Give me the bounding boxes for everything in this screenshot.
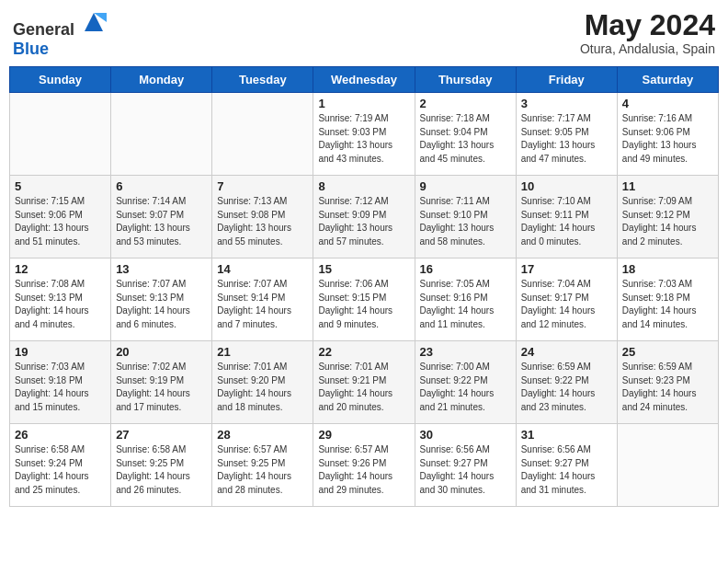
month-year-title: May 2024	[580, 9, 715, 41]
day-info: Sunrise: 7:07 AMSunset: 9:14 PMDaylight:…	[217, 278, 308, 331]
day-info: Sunrise: 7:03 AMSunset: 9:18 PMDaylight:…	[622, 278, 713, 331]
calendar-cell: 12Sunrise: 7:08 AMSunset: 9:13 PMDayligh…	[10, 259, 111, 341]
day-number: 22	[318, 345, 409, 359]
day-number: 5	[15, 179, 106, 193]
day-number: 18	[622, 262, 713, 276]
calendar-week-3: 12Sunrise: 7:08 AMSunset: 9:13 PMDayligh…	[10, 259, 719, 341]
calendar-table: SundayMondayTuesdayWednesdayThursdayFrid…	[9, 66, 719, 507]
calendar-cell: 21Sunrise: 7:01 AMSunset: 9:20 PMDayligh…	[212, 341, 313, 424]
day-number: 6	[116, 179, 207, 193]
day-info: Sunrise: 7:18 AMSunset: 9:04 PMDaylight:…	[420, 112, 511, 166]
weekday-header-sunday: Sunday	[10, 67, 111, 93]
calendar-cell: 2Sunrise: 7:18 AMSunset: 9:04 PMDaylight…	[415, 93, 516, 176]
day-number: 19	[15, 345, 106, 359]
day-number: 10	[521, 179, 612, 193]
day-number: 31	[521, 428, 612, 442]
title-block: May 2024 Otura, Andalusia, Spain	[580, 9, 715, 56]
day-info: Sunrise: 7:03 AMSunset: 9:18 PMDaylight:…	[15, 361, 106, 414]
day-info: Sunrise: 7:14 AMSunset: 9:07 PMDaylight:…	[116, 195, 207, 248]
calendar-cell: 13Sunrise: 7:07 AMSunset: 9:13 PMDayligh…	[111, 259, 212, 341]
day-info: Sunrise: 6:57 AMSunset: 9:25 PMDaylight:…	[217, 443, 308, 497]
calendar-week-2: 5Sunrise: 7:15 AMSunset: 9:06 PMDaylight…	[10, 176, 719, 259]
day-info: Sunrise: 7:15 AMSunset: 9:06 PMDaylight:…	[15, 195, 106, 248]
day-number: 24	[521, 345, 612, 359]
day-number: 9	[420, 179, 511, 193]
day-number: 12	[15, 262, 106, 276]
calendar-cell: 24Sunrise: 6:59 AMSunset: 9:22 PMDayligh…	[516, 341, 617, 424]
weekday-header-saturday: Saturday	[617, 67, 718, 93]
calendar-cell: 10Sunrise: 7:10 AMSunset: 9:11 PMDayligh…	[516, 176, 617, 259]
day-number: 7	[217, 179, 308, 193]
calendar-cell: 29Sunrise: 6:57 AMSunset: 9:26 PMDayligh…	[313, 424, 415, 507]
calendar-cell: 15Sunrise: 7:06 AMSunset: 9:15 PMDayligh…	[313, 259, 415, 341]
logo-icon	[81, 9, 107, 35]
location-subtitle: Otura, Andalusia, Spain	[580, 41, 715, 56]
calendar-cell: 5Sunrise: 7:15 AMSunset: 9:06 PMDaylight…	[10, 176, 111, 259]
day-number: 28	[217, 428, 308, 442]
day-info: Sunrise: 6:59 AMSunset: 9:23 PMDaylight:…	[622, 361, 713, 414]
calendar-cell: 20Sunrise: 7:02 AMSunset: 9:19 PMDayligh…	[111, 341, 212, 424]
calendar-cell	[212, 93, 313, 176]
day-number: 17	[521, 262, 612, 276]
weekday-header-thursday: Thursday	[415, 67, 516, 93]
calendar-cell: 22Sunrise: 7:01 AMSunset: 9:21 PMDayligh…	[313, 341, 415, 424]
weekday-row: SundayMondayTuesdayWednesdayThursdayFrid…	[10, 67, 719, 93]
calendar-cell	[10, 93, 111, 176]
day-number: 15	[318, 262, 409, 276]
day-number: 25	[622, 345, 713, 359]
day-number: 4	[622, 97, 713, 110]
calendar-cell: 26Sunrise: 6:58 AMSunset: 9:24 PMDayligh…	[10, 424, 111, 507]
weekday-header-friday: Friday	[516, 67, 617, 93]
day-info: Sunrise: 7:11 AMSunset: 9:10 PMDaylight:…	[420, 195, 511, 248]
calendar-cell: 27Sunrise: 6:58 AMSunset: 9:25 PMDayligh…	[111, 424, 212, 507]
calendar-header: SundayMondayTuesdayWednesdayThursdayFrid…	[10, 67, 719, 93]
calendar-week-5: 26Sunrise: 6:58 AMSunset: 9:24 PMDayligh…	[10, 424, 719, 507]
weekday-header-wednesday: Wednesday	[313, 67, 415, 93]
day-info: Sunrise: 7:00 AMSunset: 9:22 PMDaylight:…	[420, 361, 511, 414]
day-number: 23	[420, 345, 511, 359]
day-number: 3	[521, 97, 612, 110]
calendar-cell: 28Sunrise: 6:57 AMSunset: 9:25 PMDayligh…	[212, 424, 313, 507]
calendar-body: 1Sunrise: 7:19 AMSunset: 9:03 PMDaylight…	[10, 93, 719, 507]
day-info: Sunrise: 7:06 AMSunset: 9:15 PMDaylight:…	[318, 278, 409, 331]
day-info: Sunrise: 7:01 AMSunset: 9:21 PMDaylight:…	[318, 361, 409, 414]
logo: General Blue	[13, 9, 107, 59]
weekday-header-tuesday: Tuesday	[212, 67, 313, 93]
day-info: Sunrise: 7:01 AMSunset: 9:20 PMDaylight:…	[217, 361, 308, 414]
day-info: Sunrise: 7:13 AMSunset: 9:08 PMDaylight:…	[217, 195, 308, 248]
day-info: Sunrise: 7:08 AMSunset: 9:13 PMDaylight:…	[15, 278, 106, 331]
day-info: Sunrise: 7:04 AMSunset: 9:17 PMDaylight:…	[521, 278, 612, 331]
day-number: 14	[217, 262, 308, 276]
day-info: Sunrise: 7:17 AMSunset: 9:05 PMDaylight:…	[521, 112, 612, 166]
calendar-cell: 17Sunrise: 7:04 AMSunset: 9:17 PMDayligh…	[516, 259, 617, 341]
day-number: 11	[622, 179, 713, 193]
calendar-cell	[617, 424, 718, 507]
calendar-cell	[111, 93, 212, 176]
calendar-cell: 18Sunrise: 7:03 AMSunset: 9:18 PMDayligh…	[617, 259, 718, 341]
day-info: Sunrise: 7:05 AMSunset: 9:16 PMDaylight:…	[420, 278, 511, 331]
day-info: Sunrise: 6:57 AMSunset: 9:26 PMDaylight:…	[318, 443, 409, 497]
calendar-cell: 7Sunrise: 7:13 AMSunset: 9:08 PMDaylight…	[212, 176, 313, 259]
day-info: Sunrise: 6:58 AMSunset: 9:24 PMDaylight:…	[15, 443, 106, 497]
calendar-cell: 16Sunrise: 7:05 AMSunset: 9:16 PMDayligh…	[415, 259, 516, 341]
calendar-cell: 6Sunrise: 7:14 AMSunset: 9:07 PMDaylight…	[111, 176, 212, 259]
day-info: Sunrise: 6:56 AMSunset: 9:27 PMDaylight:…	[420, 443, 511, 497]
day-info: Sunrise: 6:56 AMSunset: 9:27 PMDaylight:…	[521, 443, 612, 497]
day-info: Sunrise: 7:16 AMSunset: 9:06 PMDaylight:…	[622, 112, 713, 166]
day-number: 2	[420, 97, 511, 110]
day-number: 27	[116, 428, 207, 442]
day-number: 8	[318, 179, 409, 193]
calendar-cell: 3Sunrise: 7:17 AMSunset: 9:05 PMDaylight…	[516, 93, 617, 176]
day-number: 1	[318, 97, 409, 110]
logo-blue: Blue	[13, 40, 49, 58]
day-number: 21	[217, 345, 308, 359]
day-number: 20	[116, 345, 207, 359]
calendar-cell: 9Sunrise: 7:11 AMSunset: 9:10 PMDaylight…	[415, 176, 516, 259]
day-info: Sunrise: 7:12 AMSunset: 9:09 PMDaylight:…	[318, 195, 409, 248]
day-info: Sunrise: 7:02 AMSunset: 9:19 PMDaylight:…	[116, 361, 207, 414]
calendar-cell: 11Sunrise: 7:09 AMSunset: 9:12 PMDayligh…	[617, 176, 718, 259]
calendar-cell: 25Sunrise: 6:59 AMSunset: 9:23 PMDayligh…	[617, 341, 718, 424]
day-number: 29	[318, 428, 409, 442]
calendar-cell: 4Sunrise: 7:16 AMSunset: 9:06 PMDaylight…	[617, 93, 718, 176]
day-info: Sunrise: 6:59 AMSunset: 9:22 PMDaylight:…	[521, 361, 612, 414]
